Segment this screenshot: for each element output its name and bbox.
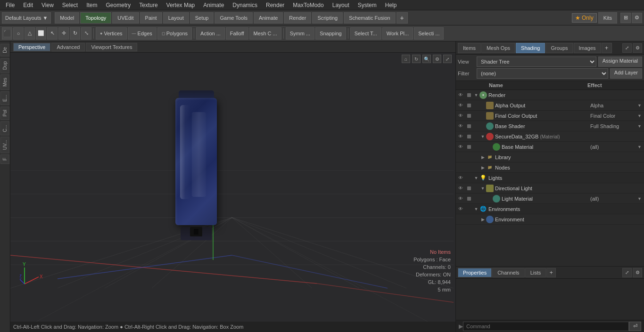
sidebar-tab-dup[interactable]: Dup bbox=[0, 58, 9, 73]
menu-render[interactable]: Render bbox=[262, 1, 288, 9]
eye-final[interactable]: 👁 bbox=[456, 111, 465, 121]
vp-tab-perspective[interactable]: Perspective bbox=[13, 43, 50, 51]
vp-expand-btn[interactable]: ⤢ bbox=[443, 55, 452, 63]
menu-geometry[interactable]: Geometry bbox=[102, 1, 135, 9]
rt-tab-groups[interactable]: Groups bbox=[545, 43, 573, 53]
eye-dir-light[interactable]: 👁 bbox=[456, 184, 465, 193]
mode-rotate[interactable]: ↻ bbox=[70, 27, 80, 40]
menu-item[interactable]: Item bbox=[83, 1, 101, 9]
arrow-library[interactable]: ▶ bbox=[479, 154, 486, 161]
snapping-btn[interactable]: Snapping bbox=[315, 27, 346, 40]
menu-system[interactable]: System bbox=[354, 1, 380, 9]
sidebar-tab-uv[interactable]: UV... bbox=[0, 137, 9, 153]
tree-item-base-material[interactable]: 👁 Base Material (all) ▼ bbox=[456, 142, 644, 152]
tab-uvedit[interactable]: UVEdit bbox=[112, 12, 139, 24]
vp-rotate-btn[interactable]: ↻ bbox=[412, 55, 421, 63]
menu-layout[interactable]: Layout bbox=[329, 1, 353, 9]
tab-setup[interactable]: Setup bbox=[190, 12, 214, 24]
menu-animate[interactable]: Animate bbox=[199, 1, 228, 9]
vis-securedata[interactable] bbox=[465, 133, 473, 140]
tab-animate[interactable]: Animate bbox=[254, 12, 283, 24]
mode-scale[interactable]: ⤡ bbox=[81, 27, 91, 40]
vis-base-material[interactable] bbox=[465, 143, 473, 151]
tree-item-final-color[interactable]: 👁 Final Color Output Final Color ▼ bbox=[456, 111, 644, 121]
tree-item-render[interactable]: 👁 ▼ ● Render bbox=[456, 90, 644, 100]
tree-item-nodes[interactable]: ▶ 📁 Nodes bbox=[456, 162, 644, 173]
eye-light-material[interactable]: 👁 bbox=[456, 194, 465, 203]
arrow-environment[interactable]: ▶ bbox=[479, 216, 486, 223]
work-plane-btn[interactable]: Work Pl... bbox=[382, 27, 413, 40]
bt-plus-btn[interactable]: + bbox=[546, 268, 556, 277]
add-tab-btn[interactable]: + bbox=[602, 43, 612, 53]
arrow-render[interactable]: ▼ bbox=[473, 92, 479, 98]
bt-settings-btn[interactable]: ⚙ bbox=[633, 268, 642, 277]
arrow-securedata[interactable]: ▼ bbox=[479, 133, 486, 140]
command-submit-btn[interactable]: ⏎ bbox=[629, 322, 641, 331]
action-btn[interactable]: Action ... bbox=[196, 27, 225, 40]
rt-tab-mesh-ops[interactable]: Mesh Ops bbox=[481, 43, 515, 53]
add-layer-btn[interactable]: Add Layer bbox=[610, 68, 642, 79]
expand-btn[interactable]: ⊞ bbox=[620, 13, 631, 23]
menu-file[interactable]: File bbox=[2, 1, 18, 9]
sidebar-tab-poly[interactable]: Pol bbox=[0, 106, 9, 120]
tree-item-light-material[interactable]: 👁 Light Material (all) ▼ bbox=[456, 194, 644, 204]
arrow-dir-light[interactable]: ▼ bbox=[479, 185, 486, 192]
bt-tab-channels[interactable]: Channels bbox=[492, 268, 524, 277]
tab-scripting[interactable]: Scripting bbox=[312, 12, 343, 24]
sidebar-tab-c[interactable]: C... bbox=[0, 121, 9, 136]
tree-item-securedata[interactable]: 👁 ▼ SecureData_32GB (Material) bbox=[456, 131, 644, 142]
rt-expand-btn[interactable]: ⤢ bbox=[622, 43, 632, 53]
bt-expand-btn[interactable]: ⤢ bbox=[622, 268, 632, 277]
vp-zoom-btn[interactable]: 🔍 bbox=[422, 55, 431, 63]
filter-select[interactable]: (none) bbox=[477, 68, 608, 79]
vis-render[interactable] bbox=[465, 91, 473, 99]
menu-texture[interactable]: Texture bbox=[135, 1, 161, 9]
polygons-btn[interactable]: ◻ Polygons bbox=[157, 27, 192, 40]
select-tool-btn[interactable]: Select T... bbox=[350, 27, 381, 40]
tree-item-lights[interactable]: 👁 ▼ 💡 Lights bbox=[456, 173, 644, 183]
sidebar-tab-mesh[interactable]: Mes bbox=[0, 74, 9, 90]
tree-item-environment[interactable]: ▶ Environment bbox=[456, 214, 644, 225]
vis-final[interactable] bbox=[465, 112, 473, 120]
vis-base-shader[interactable] bbox=[465, 122, 473, 130]
falloff-btn[interactable]: Falloff bbox=[226, 27, 248, 40]
bt-tab-lists[interactable]: Lists bbox=[525, 268, 546, 277]
eye-render[interactable]: 👁 bbox=[456, 90, 465, 100]
tree-item-environments[interactable]: 👁 ▼ 🌐 Environments bbox=[456, 204, 644, 214]
sidebar-tab-de[interactable]: De bbox=[0, 44, 9, 57]
tree-item-alpha-output[interactable]: 👁 Alpha Output Alpha ▼ bbox=[456, 100, 644, 111]
vis-dir-light[interactable] bbox=[465, 185, 473, 192]
vp-home-btn[interactable]: ⌂ bbox=[402, 55, 410, 63]
edges-btn[interactable]: — Edges bbox=[128, 27, 157, 40]
mode-triangle[interactable]: △ bbox=[25, 27, 35, 40]
menu-help[interactable]: Help bbox=[381, 1, 401, 9]
mode-reset[interactable]: ⬛ bbox=[2, 27, 12, 40]
tree-item-base-shader[interactable]: 👁 Base Shader Full Shading ▼ bbox=[456, 121, 644, 131]
viewport-canvas[interactable]: X Y Z No Items Polygons : Face Channels:… bbox=[10, 53, 455, 322]
star-only[interactable]: ★ Only bbox=[572, 13, 597, 23]
eye-base-material[interactable]: 👁 bbox=[456, 142, 465, 152]
vp-settings-btn[interactable]: ⚙ bbox=[433, 55, 441, 63]
assign-material-btn[interactable]: Assign Material bbox=[598, 57, 642, 67]
tab-paint[interactable]: Paint bbox=[140, 12, 162, 24]
dd-light-material[interactable]: ▼ bbox=[637, 196, 644, 201]
eye-lights[interactable]: 👁 bbox=[456, 173, 465, 183]
arrow-environments[interactable]: ▼ bbox=[473, 206, 479, 212]
eye-environments[interactable]: 👁 bbox=[456, 204, 465, 214]
menu-vertex-map[interactable]: Vertex Map bbox=[163, 1, 199, 9]
eye-alpha[interactable]: 👁 bbox=[456, 101, 465, 110]
menu-select[interactable]: Select bbox=[58, 1, 82, 9]
mode-circle[interactable]: ○ bbox=[13, 27, 24, 40]
rt-tab-shading[interactable]: Shading bbox=[516, 43, 545, 53]
vp-tab-advanced[interactable]: Advanced bbox=[51, 43, 85, 51]
bt-tab-properties[interactable]: Properties bbox=[458, 268, 492, 277]
layouts-dropdown[interactable]: Default Layouts ▼ bbox=[2, 12, 51, 24]
sidebar-tab-e[interactable]: E... bbox=[0, 91, 9, 105]
menu-view[interactable]: View bbox=[38, 1, 58, 9]
dd-base-material[interactable]: ▼ bbox=[637, 145, 644, 149]
sidebar-tab-f[interactable]: F bbox=[0, 154, 9, 164]
dd-alpha[interactable]: ▼ bbox=[637, 103, 644, 108]
vis-light-material[interactable] bbox=[465, 195, 473, 202]
mode-arrow[interactable]: ↖ bbox=[47, 27, 58, 40]
tab-game-tools[interactable]: Game Tools bbox=[215, 12, 253, 24]
